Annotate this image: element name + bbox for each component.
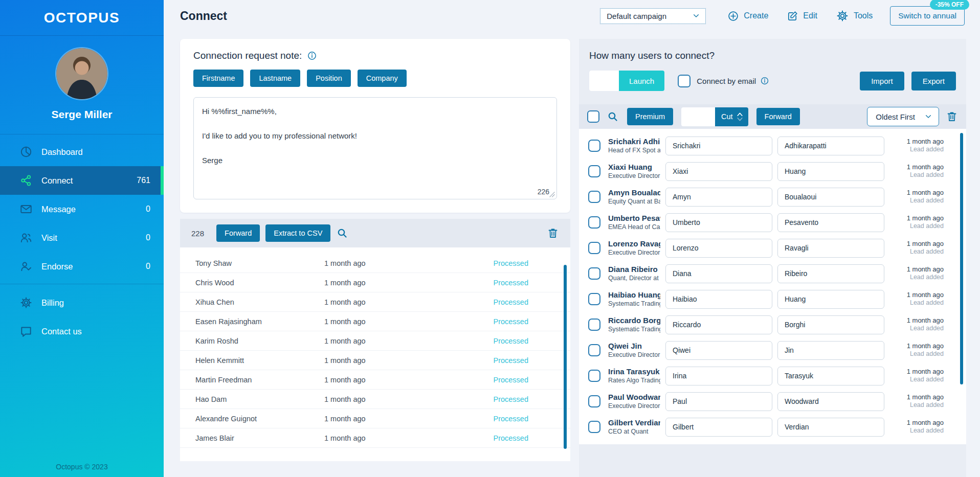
lead-row: Haibiao Huang Systematic Trading Strateg… xyxy=(579,286,966,312)
users-count-input[interactable] xyxy=(589,71,619,91)
lead-time: 1 month ago xyxy=(892,240,944,248)
export-button[interactable]: Export xyxy=(911,72,956,90)
lead-checkbox[interactable] xyxy=(588,267,600,280)
sidebar-item-label: Message xyxy=(41,205,76,214)
resize-handle-icon[interactable] xyxy=(549,192,555,197)
lastname-field[interactable] xyxy=(777,188,884,207)
scrollbar[interactable] xyxy=(564,265,567,449)
premium-button[interactable]: Premium xyxy=(627,108,673,125)
position-token-button[interactable]: Position xyxy=(307,70,351,87)
edit-button[interactable]: Edit xyxy=(787,10,817,22)
lastname-field[interactable] xyxy=(777,213,884,232)
lastname-field[interactable] xyxy=(777,315,884,334)
search-icon[interactable] xyxy=(607,110,619,123)
firstname-field[interactable] xyxy=(665,188,772,207)
create-button[interactable]: Create xyxy=(727,10,768,22)
lead-checkbox[interactable] xyxy=(588,191,600,203)
lead-name: Amyn Boualaoui xyxy=(608,188,660,198)
sidebar-item-endorse[interactable]: Endorse 0 xyxy=(0,252,164,281)
lastname-field[interactable] xyxy=(777,341,884,360)
sidebar-item-billing[interactable]: Billing xyxy=(0,288,164,317)
connect-by-email-checkbox[interactable] xyxy=(678,75,691,87)
lastname-field[interactable] xyxy=(777,392,884,411)
firstname-field[interactable] xyxy=(665,162,772,181)
sidebar-item-contact-us[interactable]: Contact us xyxy=(0,317,164,346)
sidebar-item-visit[interactable]: Visit 0 xyxy=(0,223,164,252)
lead-checkbox[interactable] xyxy=(588,165,600,177)
campaign-select[interactable]: Default campaign xyxy=(600,8,706,24)
search-icon[interactable] xyxy=(336,227,348,239)
firstname-field[interactable] xyxy=(665,137,772,155)
lead-checkbox[interactable] xyxy=(588,370,600,382)
tools-button[interactable]: Tools xyxy=(836,9,873,22)
sidebar-item-message[interactable]: Message 0 xyxy=(0,195,164,223)
sidebar-item-dashboard[interactable]: Dashboard xyxy=(0,138,164,166)
trash-icon[interactable] xyxy=(946,110,958,123)
contact-time: 1 month ago xyxy=(324,317,493,326)
processed-row: Helen Kemmitt 1 month ago Processed xyxy=(180,351,570,370)
lead-time: 1 month ago xyxy=(892,291,944,299)
lead-status: Lead added xyxy=(892,376,944,384)
firstname-field[interactable] xyxy=(665,341,772,360)
processed-row: Easen Rajasingham 1 month ago Processed xyxy=(180,312,570,331)
lead-name: Umberto Pesavento xyxy=(608,214,660,223)
firstname-field[interactable] xyxy=(665,239,772,258)
launch-button[interactable]: Launch xyxy=(619,71,664,91)
firstname-field[interactable] xyxy=(665,315,772,334)
lead-checkbox[interactable] xyxy=(588,140,600,152)
firstname-field[interactable] xyxy=(665,418,772,437)
cut-count-input[interactable] xyxy=(681,107,715,126)
cut-group: Cut xyxy=(681,107,748,126)
note-textarea[interactable]: Hi %%first_name%%, I'd like to add you t… xyxy=(194,98,556,199)
lastname-field[interactable] xyxy=(777,239,884,258)
top-controls: Default campaign Create Edit Tools Switc… xyxy=(600,6,965,26)
lead-checkbox[interactable] xyxy=(588,421,600,433)
lead-checkbox[interactable] xyxy=(588,216,600,229)
discount-badge: -35% OFF xyxy=(930,0,969,10)
lastname-field[interactable] xyxy=(777,162,884,181)
firstname-field[interactable] xyxy=(665,392,772,411)
forward-button[interactable]: Forward xyxy=(216,224,260,242)
info-icon[interactable] xyxy=(760,76,769,85)
trash-icon[interactable] xyxy=(547,227,559,239)
lead-row: Xiaxi Huang Executive Director at Morgan… xyxy=(579,158,966,184)
firstname-field[interactable] xyxy=(665,290,772,309)
lastname-field[interactable] xyxy=(777,137,884,155)
firstname-field[interactable] xyxy=(665,367,772,385)
lead-name: Qiwei Jin xyxy=(608,342,660,351)
lead-checkbox[interactable] xyxy=(588,293,600,305)
processed-row: Karim Roshd 1 month ago Processed xyxy=(180,331,570,351)
lastname-field[interactable] xyxy=(777,264,884,283)
lastname-field[interactable] xyxy=(777,367,884,385)
firstname-field[interactable] xyxy=(665,213,772,232)
scrollbar[interactable] xyxy=(960,133,963,384)
sidebar-item-connect[interactable]: Connect 761 xyxy=(0,166,164,195)
lastname-field[interactable] xyxy=(777,290,884,309)
lead-checkbox[interactable] xyxy=(588,344,600,356)
lead-row: Diana Ribeiro Quant, Director at Citigro… xyxy=(579,261,966,286)
lead-identity: Xiaxi Huang Executive Director at Morgan… xyxy=(608,163,665,180)
select-all-checkbox[interactable] xyxy=(587,110,599,123)
firstname-token-button[interactable]: Firstname xyxy=(193,70,243,87)
cut-button[interactable]: Cut xyxy=(715,107,748,126)
lead-status: Lead added xyxy=(892,401,944,410)
import-button[interactable]: Import xyxy=(860,72,904,90)
import-export: Import Export xyxy=(860,72,956,90)
chevron-up-icon[interactable] xyxy=(737,112,743,117)
firstname-field[interactable] xyxy=(665,264,772,283)
info-icon[interactable] xyxy=(307,51,317,61)
lead-identity: Qiwei Jin Executive Director at UBS xyxy=(608,342,665,359)
lastname-token-button[interactable]: Lastname xyxy=(250,70,300,87)
extract-to-csv-button[interactable]: Extract to CSV xyxy=(265,224,330,242)
sort-select[interactable]: Oldest First xyxy=(867,107,939,126)
lastname-field[interactable] xyxy=(777,418,884,437)
lead-checkbox[interactable] xyxy=(588,242,600,254)
contact-name: Martin Freedman xyxy=(195,376,324,384)
lead-checkbox[interactable] xyxy=(588,395,600,407)
contact-name: Karim Roshd xyxy=(195,337,324,345)
chevron-down-icon[interactable] xyxy=(737,117,743,122)
lead-checkbox[interactable] xyxy=(588,319,600,331)
company-token-button[interactable]: Company xyxy=(358,70,407,87)
forward-button[interactable]: Forward xyxy=(756,108,800,125)
create-label: Create xyxy=(744,11,768,20)
